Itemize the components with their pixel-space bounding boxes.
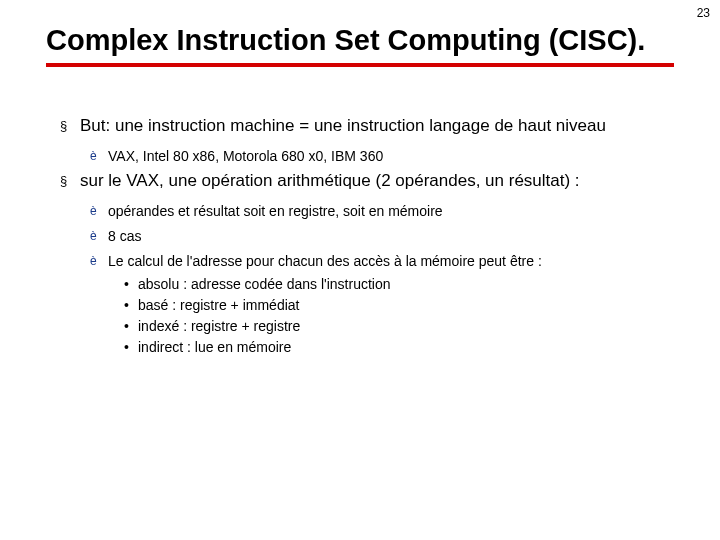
list-item: è Le calcul de l'adresse pour chacun des… <box>46 252 674 271</box>
list-item-text: Le calcul de l'adresse pour chacun des a… <box>108 253 542 269</box>
arrow-bullet-icon: è <box>90 228 97 244</box>
list-item: è opérandes et résultat soit en registre… <box>46 202 674 221</box>
dot-bullet-icon: • <box>124 275 129 294</box>
square-bullet-icon: § <box>60 118 67 135</box>
list-item-text: VAX, Intel 80 x86, Motorola 680 x0, IBM … <box>108 148 383 164</box>
dot-bullet-icon: • <box>124 296 129 315</box>
arrow-bullet-icon: è <box>90 203 97 219</box>
list-item-text: absolu : adresse codée dans l'instructio… <box>138 276 391 292</box>
dot-bullet-icon: • <box>124 317 129 336</box>
list-item: § But: une instruction machine = une ins… <box>46 115 674 137</box>
list-item: è VAX, Intel 80 x86, Motorola 680 x0, IB… <box>46 147 674 166</box>
list-item-text: But: une instruction machine = une instr… <box>80 116 606 135</box>
arrow-bullet-icon: è <box>90 148 97 164</box>
list-item-text: 8 cas <box>108 228 141 244</box>
list-item: è 8 cas <box>46 227 674 246</box>
title-rule <box>46 63 674 67</box>
arrow-bullet-icon: è <box>90 253 97 269</box>
list-item-text: basé : registre + immédiat <box>138 297 299 313</box>
list-item-text: sur le VAX, une opération arithmétique (… <box>80 171 580 190</box>
list-item: • absolu : adresse codée dans l'instruct… <box>46 275 674 294</box>
list-item: • indirect : lue en mémoire <box>46 338 674 357</box>
list-item-text: indexé : registre + registre <box>138 318 300 334</box>
list-item-text: opérandes et résultat soit en registre, … <box>108 203 443 219</box>
list-item-text: indirect : lue en mémoire <box>138 339 291 355</box>
square-bullet-icon: § <box>60 173 67 190</box>
list-item: § sur le VAX, une opération arithmétique… <box>46 170 674 192</box>
dot-bullet-icon: • <box>124 338 129 357</box>
list-item: • basé : registre + immédiat <box>46 296 674 315</box>
slide-body: Complex Instruction Set Computing (CISC)… <box>0 0 720 357</box>
page-number: 23 <box>697 6 710 20</box>
slide-title: Complex Instruction Set Computing (CISC)… <box>46 24 674 57</box>
list-item: • indexé : registre + registre <box>46 317 674 336</box>
